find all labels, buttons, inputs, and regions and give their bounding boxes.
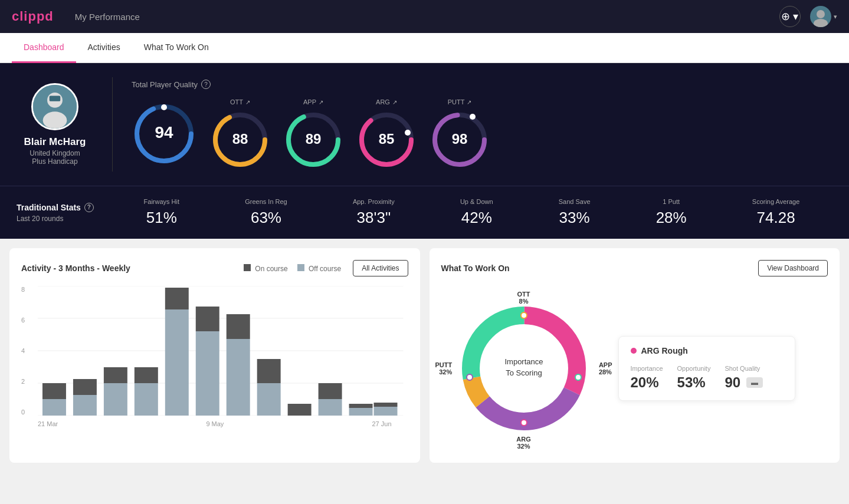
quality-label: Total Player Quality ? bbox=[132, 80, 832, 89]
stat-sandsave: Sand Save 33% bbox=[559, 198, 591, 227]
vertical-divider bbox=[112, 77, 113, 172]
bottom-panels: Activity - 3 Months - Weekly On course O… bbox=[0, 239, 849, 472]
svg-rect-48 bbox=[349, 408, 373, 416]
svg-point-4 bbox=[43, 111, 67, 129]
arg-segment-label: ARG bbox=[516, 436, 530, 443]
stat-fairways: Fairways Hit 51% bbox=[144, 198, 180, 227]
legend-on-course: On course bbox=[244, 264, 288, 273]
svg-point-60 bbox=[575, 374, 581, 380]
work-panel: What To Work On View Dashboard bbox=[430, 248, 840, 463]
svg-text:Importance: Importance bbox=[504, 357, 543, 366]
svg-point-1 bbox=[814, 19, 828, 27]
circle-arg: ARG ↗ 85 bbox=[357, 98, 416, 169]
svg-point-18 bbox=[405, 130, 411, 136]
donut-chart: Importance To Scoring bbox=[441, 286, 607, 451]
svg-rect-44 bbox=[257, 359, 281, 383]
work-panel-title: What To Work On bbox=[441, 263, 510, 273]
tab-dashboard[interactable]: Dashboard bbox=[12, 33, 76, 63]
stats-subtitle: Last 20 rounds bbox=[17, 215, 111, 223]
svg-rect-41 bbox=[227, 339, 250, 416]
quality-section: Total Player Quality ? 94 OTT bbox=[132, 80, 832, 169]
svg-text:88: 88 bbox=[232, 131, 248, 147]
activity-panel-header: Activity - 3 Months - Weekly On course O… bbox=[21, 260, 408, 276]
stat-items: Fairways Hit 51% Greens In Reg 63% App. … bbox=[111, 198, 832, 227]
app-label: APP ↗ bbox=[303, 98, 323, 106]
top-nav: clippd My Performance ⊕ ▾ ▾ bbox=[0, 0, 849, 33]
stat-1putt: 1 Putt 28% bbox=[656, 198, 687, 227]
svg-point-8 bbox=[161, 104, 167, 110]
work-inner: Importance To Scoring OTT 8% APP 28% bbox=[441, 286, 828, 451]
svg-rect-35 bbox=[135, 383, 158, 416]
svg-text:89: 89 bbox=[306, 131, 322, 147]
all-activities-button[interactable]: All Activities bbox=[353, 260, 408, 276]
svg-rect-29 bbox=[42, 399, 66, 416]
svg-text:94: 94 bbox=[155, 123, 173, 141]
svg-rect-37 bbox=[165, 309, 189, 416]
svg-rect-47 bbox=[319, 383, 342, 399]
tab-activities[interactable]: Activities bbox=[76, 33, 132, 63]
add-button[interactable]: ⊕ ▾ bbox=[779, 6, 801, 27]
tab-what-to-work-on[interactable]: What To Work On bbox=[132, 33, 221, 63]
svg-point-59 bbox=[521, 312, 527, 318]
circle-total: 94 bbox=[132, 101, 196, 166]
svg-point-61 bbox=[521, 420, 527, 426]
quality-help-icon[interactable]: ? bbox=[201, 80, 211, 89]
player-name: Blair McHarg bbox=[24, 136, 86, 148]
svg-text:To Scoring: To Scoring bbox=[506, 368, 542, 377]
arg-label: ARG ↗ bbox=[376, 98, 397, 106]
app-trend-icon: ↗ bbox=[319, 99, 323, 106]
info-card-dot bbox=[631, 348, 637, 354]
svg-rect-50 bbox=[374, 407, 398, 416]
svg-rect-38 bbox=[165, 288, 189, 309]
circle-app: APP ↗ 89 bbox=[284, 98, 343, 169]
player-handicap: Plus Handicap bbox=[32, 157, 77, 166]
info-card: ARG Rough Importance 20% Opportunity 53%… bbox=[618, 336, 795, 401]
svg-rect-43 bbox=[257, 383, 281, 416]
stat-scoring: Scoring Average 74.28 bbox=[752, 198, 800, 227]
metric-importance: Importance 20% bbox=[631, 365, 663, 391]
nav-right: ⊕ ▾ ▾ bbox=[779, 6, 837, 27]
svg-rect-39 bbox=[196, 331, 219, 416]
ott-segment-value: 8% bbox=[517, 298, 530, 305]
metric-shot-quality: Shot Quality 90 ▬ bbox=[725, 365, 763, 391]
info-card-title: ARG Rough bbox=[631, 346, 783, 355]
activity-panel: Activity - 3 Months - Weekly On course O… bbox=[9, 248, 420, 463]
avatar-chevron: ▾ bbox=[834, 13, 837, 21]
view-dashboard-button[interactable]: View Dashboard bbox=[758, 260, 828, 276]
svg-rect-30 bbox=[42, 383, 66, 399]
svg-text:98: 98 bbox=[452, 131, 468, 147]
arg-segment-value: 32% bbox=[516, 443, 530, 450]
ott-label: OTT ↗ bbox=[230, 98, 250, 106]
stats-bar: Traditional Stats ? Last 20 rounds Fairw… bbox=[0, 186, 849, 239]
putt-segment-label: PUTT bbox=[435, 361, 453, 368]
circle-ott: OTT ↗ 88 bbox=[211, 98, 270, 169]
avatar[interactable] bbox=[810, 6, 831, 27]
svg-rect-42 bbox=[227, 314, 250, 339]
svg-rect-32 bbox=[73, 379, 97, 395]
svg-point-62 bbox=[467, 374, 473, 380]
arg-trend-icon: ↗ bbox=[392, 99, 397, 106]
putt-label: PUTT ↗ bbox=[448, 98, 472, 106]
svg-rect-45 bbox=[288, 404, 312, 416]
svg-rect-46 bbox=[319, 399, 342, 416]
svg-rect-40 bbox=[196, 307, 219, 331]
circle-putt: PUTT ↗ 98 bbox=[430, 98, 489, 169]
stat-proximity: App. Proximity 38'3" bbox=[353, 198, 395, 227]
putt-segment-value: 32% bbox=[435, 368, 453, 375]
app-segment-value: 28% bbox=[599, 368, 612, 375]
svg-rect-49 bbox=[349, 404, 373, 408]
activity-chart-svg bbox=[26, 286, 404, 416]
stat-greens: Greens In Reg 63% bbox=[245, 198, 287, 227]
work-panel-header: What To Work On View Dashboard bbox=[441, 260, 828, 276]
activity-panel-title: Activity - 3 Months - Weekly bbox=[21, 263, 130, 273]
stats-help-icon[interactable]: ? bbox=[84, 203, 94, 212]
svg-rect-5 bbox=[50, 96, 61, 101]
putt-trend-icon: ↗ bbox=[467, 99, 471, 106]
chart-legend: On course Off course bbox=[244, 264, 341, 273]
stat-updown: Up & Down 42% bbox=[460, 198, 493, 227]
chart-x-labels: 21 Mar 9 May 27 Jun bbox=[26, 420, 404, 427]
svg-rect-31 bbox=[73, 395, 97, 416]
metric-opportunity: Opportunity 53% bbox=[677, 365, 711, 391]
nav-title: My Performance bbox=[75, 12, 140, 22]
svg-point-0 bbox=[817, 10, 825, 18]
